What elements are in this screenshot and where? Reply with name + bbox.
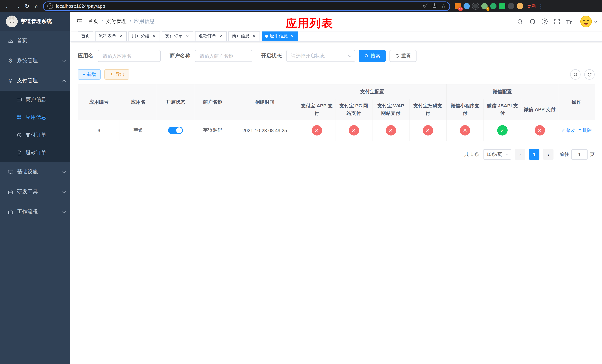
status-cross-icon: ✕: [386, 125, 396, 136]
export-button-label: 导出: [116, 71, 124, 78]
goto-page-input[interactable]: [571, 149, 588, 160]
export-button[interactable]: 导出: [104, 69, 129, 80]
font-size-icon[interactable]: TT: [566, 18, 572, 25]
sidebar-item-system[interactable]: ⚙ 系统管理: [0, 51, 70, 71]
status-cross-icon: ✕: [349, 125, 359, 136]
extension-icon[interactable]: [499, 3, 505, 9]
prev-page-button[interactable]: ‹: [515, 149, 525, 160]
reset-button[interactable]: 重置: [389, 50, 417, 62]
puzzle-extensions-icon[interactable]: [508, 3, 514, 9]
breadcrumb-item[interactable]: 支付管理: [106, 18, 127, 25]
close-icon[interactable]: ×: [218, 33, 223, 39]
sidebar-fold-icon[interactable]: [75, 17, 84, 26]
toggle-search-button[interactable]: [570, 69, 580, 80]
sidebar-item-label: 首页: [17, 37, 65, 44]
status-select[interactable]: 请选择开启状态: [286, 50, 355, 62]
status-cross-icon: ✕: [460, 125, 470, 136]
next-page-button[interactable]: ›: [543, 149, 553, 160]
col-group-wechat: 微信配置: [446, 84, 558, 99]
breadcrumb-item[interactable]: 首页: [88, 18, 98, 25]
document-icon: [16, 150, 22, 156]
browser-forward-button[interactable]: →: [13, 1, 22, 11]
status-label: 开启状态: [261, 53, 282, 59]
app-name-input[interactable]: [98, 50, 161, 62]
browser-back-button[interactable]: ←: [3, 1, 13, 11]
fullscreen-icon[interactable]: [554, 18, 560, 25]
tab-home[interactable]: 首页: [78, 31, 93, 41]
sidebar-item-dev-tools[interactable]: 研发工具: [0, 182, 70, 202]
browser-reload-button[interactable]: ↻: [22, 1, 32, 11]
status-cross-icon: ✕: [423, 125, 433, 136]
active-dot-icon: [265, 35, 268, 38]
page-size-value: 10条/页: [486, 151, 502, 158]
status-toggle[interactable]: [168, 127, 183, 134]
yen-icon: ¥: [7, 78, 13, 84]
sidebar-item-refund-order[interactable]: 退款订单: [0, 144, 70, 162]
page-content: 应用名 商户名称 开启状态 请选择开启状态 搜索: [70, 42, 602, 364]
sidebar: 芋道管理系统 首页 ⚙ 系统管理 ¥ 支付管理: [0, 12, 70, 364]
help-icon[interactable]: ?: [542, 19, 548, 24]
search-button[interactable]: 搜索: [359, 50, 386, 62]
sidebar-item-home[interactable]: 首页: [0, 31, 70, 51]
site-info-icon[interactable]: i: [47, 3, 53, 9]
status-cross-icon: ✕: [534, 125, 545, 136]
breadcrumb-separator: /: [101, 19, 103, 24]
tab-refund-order[interactable]: 退款订单 ×: [195, 31, 226, 41]
refresh-button[interactable]: [584, 69, 595, 80]
password-key-icon[interactable]: [423, 3, 428, 10]
sidebar-item-app-info[interactable]: 应用信息: [0, 108, 70, 126]
pencil-icon: [561, 128, 565, 132]
cell-status: [157, 120, 194, 141]
tab-process-form[interactable]: 流程表单 ×: [95, 31, 127, 41]
extension-icon[interactable]: 1: [481, 3, 488, 9]
chevron-down-icon: [506, 153, 508, 155]
close-icon[interactable]: ×: [251, 33, 257, 39]
sidebar-item-pay-order[interactable]: 支付订单: [0, 126, 70, 144]
close-icon[interactable]: ×: [185, 33, 190, 39]
share-icon[interactable]: [432, 3, 437, 10]
page-number-button[interactable]: 1: [529, 149, 539, 160]
user-menu[interactable]: [580, 15, 597, 28]
sidebar-item-workflow[interactable]: 工作流程: [0, 202, 70, 222]
sidebar-logo[interactable]: 芋道管理系统: [0, 12, 70, 31]
cell-app-name: 芋道: [120, 120, 157, 141]
add-button[interactable]: + 新增: [78, 69, 101, 80]
extension-icon[interactable]: [463, 3, 470, 9]
extension-icon[interactable]: 10: [455, 3, 461, 9]
profile-avatar-icon[interactable]: [517, 3, 523, 9]
tab-label: 应用信息: [270, 33, 288, 39]
browser-update-button[interactable]: 更新: [527, 3, 536, 9]
url-text[interactable]: localhost:1024/pay/app: [56, 3, 423, 9]
sidebar-item-payment[interactable]: ¥ 支付管理: [0, 71, 70, 91]
tab-app-info[interactable]: 应用信息 ×: [262, 31, 298, 41]
sidebar-item-infra[interactable]: 基础设施: [0, 162, 70, 182]
browser-menu-icon[interactable]: ⋮: [538, 3, 544, 9]
tab-pay-order[interactable]: 支付订单 ×: [162, 31, 193, 41]
page-size-select[interactable]: 10条/页: [483, 149, 511, 160]
col-header-merchant: 商户名称: [194, 84, 231, 120]
extension-icon[interactable]: [473, 3, 479, 9]
url-bar[interactable]: i localhost:1024/pay/app ☆: [43, 1, 450, 11]
tab-merchant-info[interactable]: 商户信息 ×: [228, 31, 260, 41]
close-icon[interactable]: ×: [118, 33, 123, 39]
merchant-name-input[interactable]: [195, 50, 252, 62]
tab-user-group[interactable]: 用户分组 ×: [129, 31, 160, 41]
search-form: 应用名 商户名称 开启状态 请选择开启状态 搜索: [78, 50, 595, 62]
close-icon[interactable]: ×: [290, 33, 295, 39]
screen: ← → ↻ ⌂ i localhost:1024/pay/app ☆ 10: [0, 0, 602, 364]
delete-link[interactable]: 删除: [578, 127, 592, 133]
bookmark-star-icon[interactable]: ☆: [441, 3, 446, 9]
tab-label: 支付订单: [165, 33, 183, 39]
browser-home-button[interactable]: ⌂: [32, 1, 42, 11]
logo-avatar-icon: [6, 16, 18, 27]
sidebar-item-label: 退款订单: [26, 150, 46, 156]
close-icon[interactable]: ×: [151, 33, 157, 39]
cell-app-id: 6: [78, 120, 120, 141]
search-icon[interactable]: [517, 18, 523, 25]
sidebar-item-label: 系统管理: [17, 57, 59, 64]
cell-wx-app: ✕: [521, 120, 558, 141]
edit-link[interactable]: 修改: [561, 127, 575, 133]
github-icon[interactable]: [529, 18, 536, 25]
sidebar-item-merchant-info[interactable]: 商户信息: [0, 91, 70, 108]
extension-icon[interactable]: [490, 3, 496, 9]
